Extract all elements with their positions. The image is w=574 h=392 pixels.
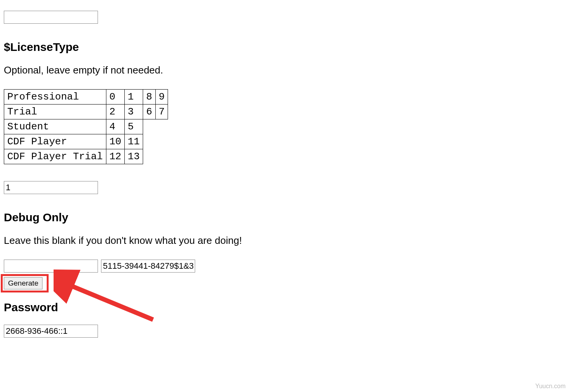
password-output[interactable] [4,325,98,338]
license-value-cell: 5 [124,119,143,134]
footer-credit: Yuucn.com [535,383,566,390]
generate-button[interactable]: Generate [4,277,42,289]
debug-heading: Debug Only [4,211,570,224]
license-type-description: Optional, leave empty if not needed. [4,64,570,76]
license-value-cell: 8 [143,90,156,105]
license-value-cell [143,134,156,149]
license-value-cell: 12 [106,149,124,164]
license-name-cell: Professional [4,90,106,105]
table-row: Trial2367 [4,105,168,119]
debug-input-1[interactable] [4,260,98,273]
license-value-cell: 3 [124,105,143,119]
license-value-cell: 10 [106,134,124,149]
license-value-cell: 0 [106,90,124,105]
license-value-cell [155,119,168,134]
license-value-cell: 9 [155,90,168,105]
license-type-input[interactable] [4,181,98,194]
table-row: Professional0189 [4,90,168,105]
license-name-cell: CDF Player [4,134,106,149]
table-row: Student45 [4,119,168,134]
license-type-table: Professional0189Trial2367Student45CDF Pl… [4,89,168,164]
top-input[interactable] [4,11,98,24]
license-value-cell [155,149,168,164]
license-value-cell: 4 [106,119,124,134]
license-name-cell: CDF Player Trial [4,149,106,164]
license-name-cell: Trial [4,105,106,119]
license-value-cell [143,149,156,164]
table-row: CDF Player Trial1213 [4,149,168,164]
license-type-heading: $LicenseType [4,41,570,54]
table-row: CDF Player1011 [4,134,168,149]
license-name-cell: Student [4,119,106,134]
debug-description: Leave this blank if you don't know what … [4,235,570,247]
debug-input-2[interactable] [101,260,195,273]
license-value-cell: 11 [124,134,143,149]
license-value-cell [155,134,168,149]
license-value-cell: 2 [106,105,124,119]
password-heading: Password [4,301,570,314]
license-value-cell: 13 [124,149,143,164]
license-value-cell [143,119,156,134]
license-value-cell: 6 [143,105,156,119]
license-value-cell: 1 [124,90,143,105]
license-value-cell: 7 [155,105,168,119]
